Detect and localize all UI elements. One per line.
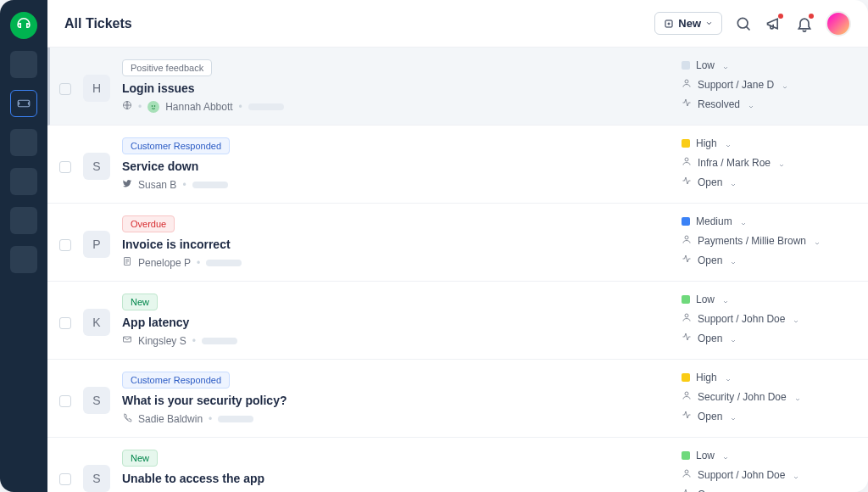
requester-avatar: S: [83, 465, 110, 492]
agent-icon: [682, 234, 692, 247]
placeholder-bar: [248, 103, 284, 110]
checkbox[interactable]: [59, 161, 71, 173]
ticket-meta: Kingsley S•: [122, 334, 670, 347]
status-dropdown[interactable]: Resolved: [682, 98, 851, 110]
nav-item-6[interactable]: [10, 246, 37, 273]
svg-point-7: [685, 158, 688, 161]
source-icon: [122, 334, 132, 347]
requester-name: Kingsley S: [138, 335, 186, 347]
nav-item-5[interactable]: [10, 207, 37, 234]
agent-dropdown[interactable]: Support / John Doe: [682, 312, 851, 325]
requester-avatar: P: [83, 231, 110, 258]
status-label: Open: [698, 176, 722, 188]
search-icon[interactable]: [734, 14, 753, 33]
chevron-down-icon: [748, 101, 754, 108]
nav-item-tickets[interactable]: [10, 90, 37, 117]
chevron-down-icon: [730, 413, 737, 420]
ticket-row[interactable]: SCustomer RespondedService downSusan B•H…: [47, 126, 868, 204]
agent-icon: [682, 312, 692, 325]
app-logo[interactable]: [10, 12, 37, 39]
status-dropdown[interactable]: Open: [682, 410, 851, 422]
priority-label: High: [696, 372, 717, 383]
priority-color-icon: [682, 295, 690, 304]
ticket-tag: Overdue: [122, 215, 175, 232]
chevron-down-icon: [778, 159, 785, 166]
svg-point-12: [685, 392, 688, 395]
priority-dropdown[interactable]: Low: [682, 294, 851, 305]
chevron-down-icon: [725, 374, 732, 381]
agent-label: Support / Jane D: [698, 79, 774, 91]
svg-point-11: [685, 314, 688, 317]
bell-icon[interactable]: [795, 14, 814, 33]
agent-icon: [682, 78, 692, 91]
agent-dropdown[interactable]: Support / Jane D: [682, 78, 851, 91]
ticket-meta: Sadie Baldwin•: [122, 412, 670, 425]
status-icon: [682, 176, 692, 188]
priority-dropdown[interactable]: Low: [682, 59, 851, 71]
ticket-row[interactable]: SNewUnable to access the appSamuel C•Low…: [47, 438, 868, 492]
user-avatar[interactable]: [826, 11, 851, 36]
ticket-subject[interactable]: What is your security policy?: [122, 394, 670, 407]
ticket-row[interactable]: POverdueInvoice is incorrectPenelope P•M…: [47, 204, 868, 282]
ticket-row[interactable]: KNewApp latencyKingsley S•LowSupport / J…: [47, 282, 868, 360]
priority-dropdown[interactable]: Low: [682, 450, 851, 461]
checkbox[interactable]: [59, 395, 71, 407]
priority-color-icon: [682, 61, 690, 70]
megaphone-icon[interactable]: [765, 14, 783, 33]
status-icon: [682, 332, 692, 344]
agent-label: Infra / Mark Roe: [698, 157, 771, 169]
ticket-subject[interactable]: Service down: [122, 159, 670, 173]
status-dropdown[interactable]: Open: [682, 176, 851, 188]
priority-dropdown[interactable]: Medium: [682, 215, 851, 227]
notification-dot: [809, 14, 814, 19]
agent-dropdown[interactable]: Payments / Millie Brown: [682, 234, 851, 247]
nav-item-3[interactable]: [10, 129, 37, 156]
ticket-subject[interactable]: App latency: [122, 316, 670, 329]
requester-name: Penelope P: [138, 257, 191, 269]
chevron-down-icon: [725, 140, 732, 147]
requester-avatar: H: [83, 75, 110, 102]
agent-dropdown[interactable]: Security / John Doe: [682, 390, 851, 403]
nav-item-4[interactable]: [10, 168, 37, 195]
chevron-down-icon: [793, 472, 799, 478]
status-dropdown[interactable]: Open: [682, 488, 851, 492]
checkbox[interactable]: [59, 473, 71, 485]
status-label: Open: [698, 411, 722, 422]
agent-icon: [682, 390, 692, 403]
ticket-row[interactable]: HPositive feedbackLogin issues•Hannah Ab…: [47, 48, 868, 126]
chevron-down-icon: [794, 394, 801, 400]
source-icon: [122, 100, 132, 113]
priority-label: Low: [696, 59, 715, 71]
sidebar: [0, 0, 47, 492]
ticket-tag: New: [122, 450, 158, 467]
nav-item-1[interactable]: [10, 51, 37, 78]
ticket-meta: Penelope P•: [122, 256, 670, 269]
placeholder-bar: [206, 260, 242, 266]
ticket-row[interactable]: SCustomer RespondedWhat is your security…: [47, 360, 868, 438]
chevron-down-icon: [722, 62, 729, 69]
checkbox[interactable]: [59, 83, 71, 95]
status-dropdown[interactable]: Open: [682, 254, 851, 266]
svg-point-5: [154, 105, 155, 106]
agent-dropdown[interactable]: Infra / Mark Roe: [682, 156, 851, 169]
chevron-down-icon: [730, 179, 737, 186]
ticket-subject[interactable]: Unable to access the app: [122, 472, 670, 485]
priority-dropdown[interactable]: High: [682, 372, 851, 383]
ticket-subject[interactable]: Invoice is incorrect: [122, 238, 670, 251]
placeholder-bar: [192, 182, 228, 188]
requester-name: Susan B: [138, 179, 176, 191]
agent-icon: [682, 156, 692, 169]
ticket-subject[interactable]: Login issues: [122, 81, 670, 95]
checkbox[interactable]: [59, 239, 71, 251]
ticket-tag: New: [122, 294, 158, 310]
priority-dropdown[interactable]: High: [682, 137, 851, 149]
status-dropdown[interactable]: Open: [682, 332, 851, 344]
status-icon: [682, 410, 692, 422]
chevron-down-icon: [722, 452, 729, 459]
agent-dropdown[interactable]: Support / John Doe: [682, 468, 851, 481]
svg-point-9: [685, 236, 688, 239]
notification-dot: [778, 14, 783, 19]
status-icon: [682, 254, 692, 266]
checkbox[interactable]: [59, 317, 71, 329]
new-button[interactable]: New: [654, 12, 722, 35]
